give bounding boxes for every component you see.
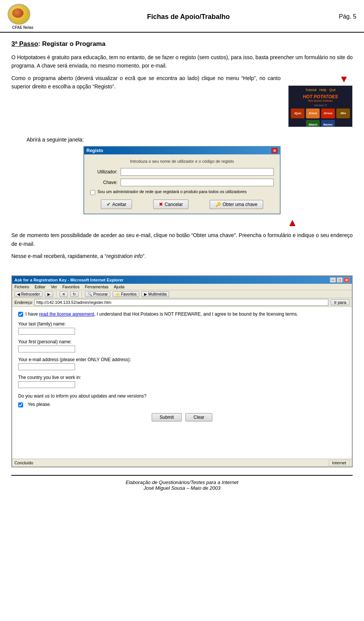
logo-area: CFAE Nelas: [8, 4, 38, 30]
address-input[interactable]: [35, 299, 328, 306]
paragraph-4: Se de momento tem possibilidade de acede…: [11, 231, 353, 248]
browser-toolbar: ◀ Retroceder ▶ ✕ ↻ 🔍 Procurar ⭐ Favorito…: [12, 290, 352, 298]
browser-statusbar: Concluído Internet: [12, 459, 352, 467]
maximize-button[interactable]: □: [337, 277, 343, 283]
menu-ficheiro[interactable]: Ficheiro: [14, 285, 29, 289]
chave-field: Chave:: [90, 179, 274, 186]
section-title-underline: 3ª Passo: [11, 40, 38, 47]
status-text: Concluído: [14, 461, 33, 465]
back-button[interactable]: ◀ Retroceder: [14, 291, 42, 297]
cancelar-button[interactable]: ✖ Cancelar: [153, 200, 188, 209]
registration-buttons: Submit Clear: [18, 413, 346, 421]
updates-checkbox-row: Do you want us to inform you about updat…: [18, 393, 346, 408]
toolbar-separator: [56, 291, 56, 297]
minimize-button[interactable]: ─: [330, 277, 336, 283]
updates-yes-label: Yes please.: [28, 401, 51, 408]
address-label: Endereço: [14, 300, 32, 305]
email-field-group: Your e-mail address (please enter ONLY O…: [18, 357, 346, 370]
page-footer: Elaboração de Questionários/Testes para …: [11, 475, 353, 495]
submit-button[interactable]: Submit: [152, 413, 182, 421]
security-zone: Internet: [329, 460, 350, 466]
header-page: Pág. 5: [339, 13, 356, 20]
footer-line1: Elaboração de Questionários/Testes para …: [19, 480, 345, 485]
browser-titlebar: Ask for a Registration Key - Microsoft I…: [12, 276, 352, 284]
registo-dialog-wrapper: Registo ✕ Introduza o seu nome de utiliz…: [11, 146, 353, 214]
dialog-instruction: Introduza o seu nome de utilizador e o c…: [90, 159, 274, 164]
license-checkbox[interactable]: [18, 312, 23, 317]
chave-label: Chave:: [90, 180, 121, 185]
browser-menubar: Ficheiro Editar Ver Favoritos Ferramenta…: [12, 284, 352, 290]
org-name: CFAE Nelas: [8, 25, 38, 30]
browser-content: I have read the license agreement, I und…: [12, 307, 352, 459]
float-section: ▼ Tutorial Help Quit HOT POTATOES Web-Ba…: [11, 74, 353, 131]
license-link[interactable]: read the license agreement: [39, 311, 94, 317]
page-header: CFAE Nelas Fichas de Apoio/Trabalho Pág.…: [0, 0, 364, 33]
browser-addressbar: Endereço Ir para: [12, 298, 352, 307]
admin-checkbox-row: Sou um administrador de rede que regista…: [90, 189, 274, 195]
footer-line2: José Miguel Sousa – Maio de 2003: [19, 485, 345, 491]
logo-icon: [8, 4, 30, 25]
admin-checkbox[interactable]: [90, 190, 95, 195]
browser-title: Ask for a Registration Key - Microsoft I…: [14, 278, 124, 282]
menu-ajuda[interactable]: Ajuda: [114, 285, 124, 289]
forward-button[interactable]: ▶: [45, 291, 53, 297]
browser-screenshot: Ask for a Registration Key - Microsoft I…: [11, 275, 353, 467]
main-content: 3ª Passo: Registar o Programa O Hotpotat…: [0, 36, 364, 502]
check-icon: ✔: [107, 201, 111, 207]
utilizador-field: Utilizador:: [90, 168, 274, 176]
license-text: I have read the license agreement, I und…: [25, 311, 298, 318]
last-name-label: Your last (family) name:: [18, 321, 346, 327]
refresh-button[interactable]: ↻: [70, 291, 78, 297]
first-name-label: Your first (personal) name:: [18, 339, 346, 344]
menu-editar[interactable]: Editar: [35, 285, 46, 289]
menu-ferramentas[interactable]: Ferramentas: [85, 285, 108, 289]
aceitar-button[interactable]: ✔ Aceitar: [101, 200, 132, 209]
dialog-body: Introduza o seu nome de utilizador e o c…: [84, 154, 280, 214]
browser-window-buttons: ─ □ ✕: [330, 277, 350, 283]
country-field-group: The country you live or work in:: [18, 375, 346, 388]
header-title: Fichas de Apoio/Trabalho: [38, 13, 339, 21]
first-name-input[interactable]: [18, 346, 75, 352]
hotpotatoes-image: Tutorial Help Quit HOT POTATOES Web-Base…: [288, 85, 353, 127]
favoritos-button[interactable]: ⭐ Favoritos: [113, 291, 139, 297]
chave-input[interactable]: [121, 179, 274, 186]
stop-button[interactable]: ✕: [60, 291, 68, 297]
utilizador-label: Utilizador:: [90, 169, 121, 175]
section-title: 3ª Passo: Registar o Programa: [11, 40, 353, 48]
dialog-buttons: ✔ Aceitar ✖ Cancelar 🔑 Obter uma chave: [90, 200, 274, 209]
x-icon: ✖: [159, 201, 163, 207]
close-button[interactable]: ✕: [344, 277, 350, 283]
paragraph-1: O Hotpotatoes é gratuito para educação, …: [11, 53, 353, 70]
toolbar-separator-2: [82, 291, 82, 297]
registo-dialog: Registo ✕ Introduza o seu nome de utiliz…: [83, 146, 281, 214]
paragraph-5: Nesse e-mail receberá, rapidamente, a “r…: [11, 252, 353, 260]
menu-ver[interactable]: Ver: [51, 285, 57, 289]
paragraph-3: Abrirá a seguinte janela:: [27, 135, 353, 144]
updates-checkbox[interactable]: [18, 402, 23, 407]
last-name-input[interactable]: [18, 328, 75, 335]
country-input[interactable]: [18, 381, 75, 388]
key-icon: 🔑: [215, 202, 221, 207]
country-label: The country you live or work in:: [18, 375, 346, 380]
multimidia-button[interactable]: ▶ Multimédia: [141, 291, 169, 297]
clear-button[interactable]: Clear: [185, 413, 212, 421]
dialog-titlebar: Registo ✕: [84, 147, 280, 154]
dialog-close-button[interactable]: ✕: [271, 148, 278, 153]
arrow-down-icon: ▼: [288, 74, 349, 84]
email-input[interactable]: [18, 363, 75, 370]
license-checkbox-row: I have read the license agreement, I und…: [18, 311, 346, 318]
hotpotatoes-screenshot: ▼ Tutorial Help Quit HOT POTATOES Web-Ba…: [288, 74, 353, 127]
dialog-title: Registo: [86, 148, 103, 153]
procurar-button[interactable]: 🔍 Procurar: [85, 291, 110, 297]
admin-checkbox-label: Sou um administrador de rede que regista…: [97, 189, 246, 194]
last-name-field-group: Your last (family) name:: [18, 321, 346, 335]
first-name-field-group: Your first (personal) name:: [18, 339, 346, 352]
updates-question: Do you want us to inform you about updat…: [18, 393, 146, 399]
arrow-up-icon: ▲: [287, 217, 298, 228]
utilizador-input[interactable]: [121, 168, 274, 176]
obter-chave-button[interactable]: 🔑 Obter uma chave: [210, 200, 263, 209]
email-label: Your e-mail address (please enter ONLY O…: [18, 357, 346, 362]
menu-favoritos[interactable]: Favoritos: [62, 285, 79, 289]
goto-button[interactable]: Ir para: [331, 299, 350, 305]
